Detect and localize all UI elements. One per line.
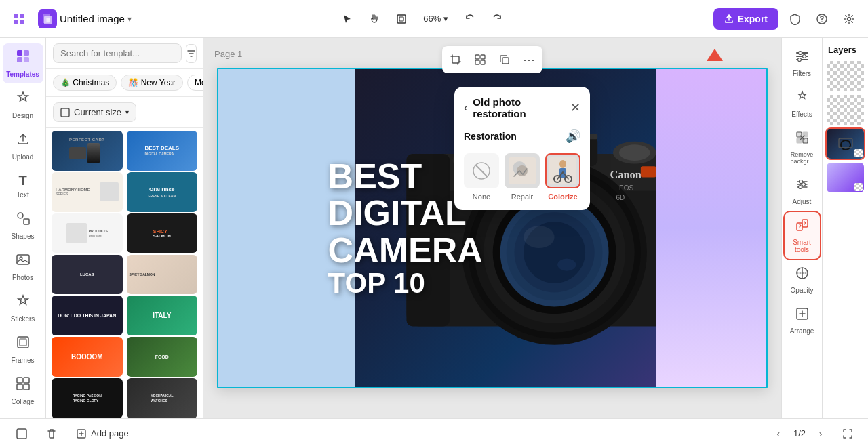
sidebar-item-collage[interactable]: Collage (3, 371, 43, 411)
template-card[interactable]: RACING PASSIONRACING GLORY (52, 378, 123, 418)
settings-icon-button[interactable] (838, 8, 860, 30)
more-options-button[interactable]: ⋯ (518, 49, 540, 70)
sidebar-item-text[interactable]: T Text (3, 167, 43, 204)
layer-item[interactable] (827, 61, 864, 91)
sidebar-item-photos[interactable]: Photos (3, 247, 43, 287)
page-navigation: ‹ 1/2 › (769, 424, 830, 443)
prev-page-button[interactable]: ‹ (769, 424, 788, 443)
chip-newyear[interactable]: 🎊 New Year (121, 75, 183, 91)
effects-label: Effects (791, 110, 812, 118)
sidebar-item-templates[interactable]: Templates (3, 43, 43, 83)
layer-item-selected[interactable] (827, 129, 864, 159)
sidebar-item-upload[interactable]: Upload (3, 126, 43, 166)
delete-page-button[interactable] (41, 423, 62, 445)
add-page-icon-button[interactable] (11, 423, 33, 445)
export-button[interactable]: Export (713, 8, 778, 30)
arrange-label: Arrange (790, 327, 814, 335)
right-tool-arrange[interactable]: Arrange (785, 301, 820, 340)
template-card[interactable]: FOOD (127, 337, 198, 377)
remove-bg-label: Remove backgr... (787, 151, 817, 165)
chip-christmas[interactable]: 🎄 Christmas (53, 75, 117, 91)
template-card[interactable]: HARMONY HOME SERIES (52, 172, 123, 212)
svg-rect-7 (17, 50, 22, 56)
grid-tool-button[interactable] (469, 49, 491, 70)
sidebar-item-frames[interactable]: Frames (3, 329, 43, 369)
layers-title: Layers (823, 38, 868, 59)
redo-button[interactable] (486, 8, 508, 30)
remove-bg-icon (795, 130, 810, 148)
template-card[interactable]: SPICY SALMON (127, 255, 198, 295)
add-page-button[interactable]: Add page (71, 426, 134, 442)
logo-button[interactable] (8, 8, 30, 30)
crop-tool-button[interactable] (445, 49, 467, 70)
restoration-back-button[interactable]: ‹ (464, 102, 467, 114)
layer-item[interactable] (827, 163, 864, 192)
svg-point-36 (619, 145, 650, 161)
svg-rect-17 (17, 378, 22, 383)
restoration-header: ‹ Old photo restoration ✕ (454, 87, 590, 126)
sidebar-item-design[interactable]: Design (3, 85, 43, 125)
select-tool-button[interactable] (336, 8, 358, 30)
template-card[interactable]: SPICY SALMON (127, 213, 198, 253)
hand-tool-button[interactable] (363, 8, 385, 30)
search-filter-button[interactable] (186, 44, 197, 63)
right-tool-remove-bg[interactable]: Remove backgr... (785, 125, 820, 170)
restoration-close-button[interactable]: ✕ (570, 100, 580, 115)
svg-rect-30 (481, 60, 485, 64)
copy-tool-button[interactable] (494, 49, 515, 70)
right-tool-opacity[interactable]: Opacity (785, 260, 820, 300)
collage-icon (16, 376, 31, 395)
undo-button[interactable] (459, 8, 481, 30)
template-card[interactable]: PERFECT CAR? (52, 131, 123, 171)
search-input[interactable] (53, 43, 182, 63)
restoration-option-repair[interactable]: Repair (505, 153, 540, 201)
template-card[interactable]: ITALY (127, 296, 198, 335)
template-card[interactable]: BEST DEALS DIGITAL CAMERA (127, 131, 198, 171)
template-card[interactable]: LUCAS (52, 255, 123, 295)
svg-rect-8 (24, 50, 29, 56)
current-size-button[interactable]: Current size ▾ (53, 102, 136, 122)
sidebar-item-stickers[interactable]: Stickers (3, 288, 43, 328)
chip-more[interactable]: Mo... (187, 75, 203, 91)
layer-item[interactable] (827, 95, 864, 125)
svg-rect-9 (17, 57, 22, 62)
template-card[interactable]: MECHANICALWATCHES (127, 378, 198, 418)
svg-point-60 (802, 55, 806, 58)
template-card[interactable]: Oral rinse FRESH & CLEAN (127, 172, 198, 212)
svg-rect-76 (17, 429, 26, 439)
frames-icon (16, 335, 31, 354)
restoration-repair-label: Repair (511, 192, 533, 201)
right-tool-adjust[interactable]: Adjust (785, 171, 820, 211)
restoration-info-icon[interactable]: 🔊 (566, 129, 580, 144)
chip-christmas-label: 🎄 Christmas (60, 78, 109, 87)
chevron-down-icon: ▾ (125, 108, 129, 116)
expand-button[interactable] (838, 424, 857, 443)
svg-text:EOS: EOS (619, 185, 633, 192)
svg-rect-13 (17, 255, 29, 264)
sidebar-item-plugins[interactable]: Plugins (3, 412, 43, 418)
doc-icon (38, 9, 57, 28)
zoom-control[interactable]: 66% ▾ (418, 11, 454, 26)
template-card[interactable]: DON'T DO THIS IN JAPAN (52, 296, 123, 335)
templates-grid: PERFECT CAR? BEST DEALS DIGITAL CA (46, 128, 203, 418)
right-tool-effects[interactable]: Effects (785, 84, 820, 123)
frame-tool-button[interactable] (391, 8, 412, 30)
layers-panel: Layers (822, 38, 868, 418)
template-card[interactable]: PRODUCTS Daily care (52, 213, 123, 253)
templates-icon (16, 49, 31, 68)
opacity-icon (795, 266, 810, 284)
svg-point-14 (20, 257, 22, 260)
restoration-option-none[interactable]: None (464, 153, 499, 201)
template-card[interactable]: BOOOOM (52, 337, 123, 377)
text-icon: T (18, 173, 26, 188)
next-page-button[interactable]: › (811, 424, 830, 443)
document-title-area[interactable]: Untitled image ▾ (38, 9, 132, 28)
shield-icon-button[interactable] (784, 8, 806, 30)
help-icon-button[interactable] (811, 8, 833, 30)
sidebar-item-shapes[interactable]: Shapes (3, 205, 43, 245)
right-tool-smart-tools[interactable]: Smart tools (785, 212, 820, 259)
template-chips: 🎄 Christmas 🎊 New Year Mo... (46, 69, 203, 97)
right-tool-filters[interactable]: Filters (785, 43, 820, 83)
restoration-option-colorize[interactable]: Colorize (545, 153, 580, 201)
chip-newyear-label: 🎊 New Year (128, 78, 176, 87)
